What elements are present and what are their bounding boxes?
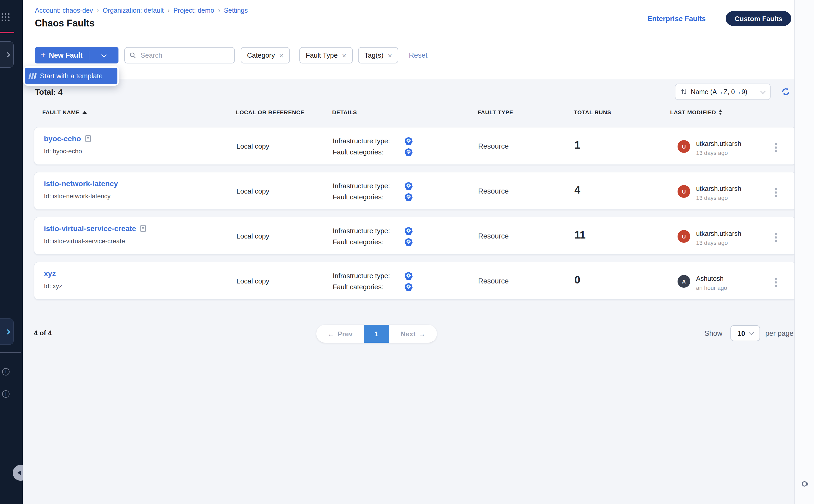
avatar: U [678, 230, 690, 243]
last-modified-cell: A Ashutoshan hour ago [678, 275, 727, 291]
menu-item-label: Start with a template [40, 72, 103, 80]
local-or-reference: Local copy [236, 277, 269, 285]
chevron-down-icon [749, 330, 754, 335]
current-page-button[interactable]: 1 [364, 325, 389, 343]
info-icon[interactable]: i [2, 368, 10, 375]
total-runs: 0 [574, 274, 580, 286]
filter-chip-fault-type[interactable]: Fault Type × [299, 47, 353, 63]
document-icon[interactable] [140, 225, 146, 232]
fault-name-link[interactable]: istio-virtual-service-create [44, 224, 146, 233]
chip-label: Tag(s) [364, 51, 383, 59]
chevron-down-icon [760, 88, 766, 94]
fault-id: Id: istio-network-latency [44, 193, 111, 200]
sort-select[interactable]: Name (A→Z, 0→9) [675, 84, 771, 100]
kubernetes-icon: ☸ [405, 238, 413, 246]
pagination-count: 4 of 4 [34, 329, 52, 337]
arrow-right-icon: → [419, 330, 426, 338]
column-header-fault-name[interactable]: FAULT NAME [42, 109, 87, 115]
table-row: xyz Id: xyz Local copy Infrastructure ty… [34, 262, 797, 300]
table-row: istio-virtual-service-create Id: istio-v… [34, 217, 797, 255]
fault-type: Resource [478, 187, 509, 195]
row-menu-icon[interactable] [773, 141, 779, 154]
per-page-label: per page [765, 329, 794, 337]
chevron-down-icon [101, 52, 107, 57]
search-input[interactable] [139, 51, 230, 60]
chevron-separator: › [167, 6, 170, 14]
page-size-select[interactable]: 10 [730, 325, 760, 341]
fault-name-link[interactable]: xyz [44, 269, 56, 278]
fault-type: Resource [478, 277, 509, 285]
column-header-last-modified[interactable]: LAST MODIFIED [670, 109, 722, 115]
app-root: i i Account: chaos-dev › Organization: d… [0, 0, 814, 504]
chat-support-icon[interactable] [801, 480, 810, 491]
template-icon [29, 73, 36, 79]
breadcrumb-account[interactable]: Account: chaos-dev [35, 7, 93, 14]
details-cell: Infrastructure type:☸ Fault categories:☸ [333, 270, 390, 292]
filter-chip-tags[interactable]: Tag(s) × [358, 47, 399, 63]
next-page-button[interactable]: Next→ [389, 325, 437, 343]
modified-by: utkarsh.utkarsh [696, 185, 741, 193]
app-grid-icon[interactable] [2, 13, 10, 22]
filter-chip-category[interactable]: Category × [241, 47, 290, 63]
close-icon[interactable]: × [388, 51, 392, 59]
scroll-gutter [794, 0, 814, 504]
modified-time: 13 days ago [696, 150, 741, 156]
new-fault-button[interactable]: + New Fault [35, 47, 118, 63]
row-menu-icon[interactable] [773, 231, 779, 244]
last-modified-cell: U utkarsh.utkarsh13 days ago [678, 230, 741, 246]
row-menu-icon[interactable] [773, 276, 779, 289]
fault-id: Id: xyz [44, 282, 62, 290]
new-fault-label: New Fault [49, 51, 83, 59]
new-fault-dropdown-toggle[interactable] [89, 54, 118, 56]
table-row: istio-network-latency Id: istio-network-… [34, 172, 797, 210]
triangle-left-icon [17, 471, 21, 475]
avatar: U [678, 140, 690, 153]
sidenav-divider [0, 352, 21, 353]
breadcrumb-settings[interactable]: Settings [224, 7, 248, 14]
arrow-left-icon: ← [328, 330, 335, 338]
close-icon[interactable]: × [279, 51, 283, 59]
fault-name-link[interactable]: byoc-echo [44, 134, 91, 143]
table-row: byoc-echo Id: byoc-echo Local copy Infra… [34, 127, 797, 165]
new-fault-menu: Start with a template [23, 66, 119, 86]
column-header-fault-type: FAULT TYPE [478, 109, 513, 115]
last-modified-cell: U utkarsh.utkarsh13 days ago [678, 185, 741, 201]
chip-label: Fault Type [306, 51, 338, 59]
fault-id: Id: istio-virtual-service-create [44, 237, 125, 245]
avatar: U [678, 185, 690, 198]
row-menu-icon[interactable] [773, 186, 779, 199]
breadcrumb-organization[interactable]: Organization: default [103, 7, 164, 14]
fault-name-link[interactable]: istio-network-latency [44, 179, 118, 188]
local-or-reference: Local copy [236, 187, 269, 195]
total-runs: 1 [574, 139, 580, 151]
module-expand-button[interactable] [0, 41, 14, 68]
reset-filters-link[interactable]: Reset [409, 51, 428, 59]
refresh-button[interactable] [781, 87, 790, 98]
total-runs: 4 [574, 184, 580, 196]
kubernetes-icon: ☸ [405, 193, 413, 201]
custom-faults-button[interactable]: Custom Faults [726, 11, 792, 26]
menu-item-start-with-template[interactable]: Start with a template [25, 68, 117, 84]
plus-icon: + [41, 50, 46, 60]
modified-time: 13 days ago [696, 195, 741, 201]
info-icon[interactable]: i [2, 390, 10, 398]
kubernetes-icon: ☸ [405, 148, 413, 156]
modified-time: 13 days ago [696, 240, 741, 246]
prev-page-button[interactable]: ←Prev [316, 325, 364, 343]
sidebar-expand-button[interactable] [0, 318, 14, 345]
pagination: ←Prev 1 Next→ [316, 325, 437, 343]
avatar: A [678, 275, 690, 288]
show-label: Show [705, 329, 722, 337]
sort-both-icon [719, 109, 722, 115]
details-cell: Infrastructure type:☸ Fault categories:☸ [333, 180, 390, 203]
close-icon[interactable]: × [342, 51, 346, 59]
breadcrumb: Account: chaos-dev › Organization: defau… [35, 6, 248, 14]
breadcrumb-project[interactable]: Project: demo [173, 7, 214, 14]
enterprise-faults-link[interactable]: Enterprise Faults [647, 15, 706, 23]
fault-type: Resource [478, 232, 509, 240]
sidenav-collapse-handle[interactable] [13, 465, 23, 481]
total-count: Total: 4 [35, 87, 62, 96]
document-icon[interactable] [85, 135, 91, 142]
local-or-reference: Local copy [236, 142, 269, 150]
sort-arrows-icon [681, 88, 687, 95]
